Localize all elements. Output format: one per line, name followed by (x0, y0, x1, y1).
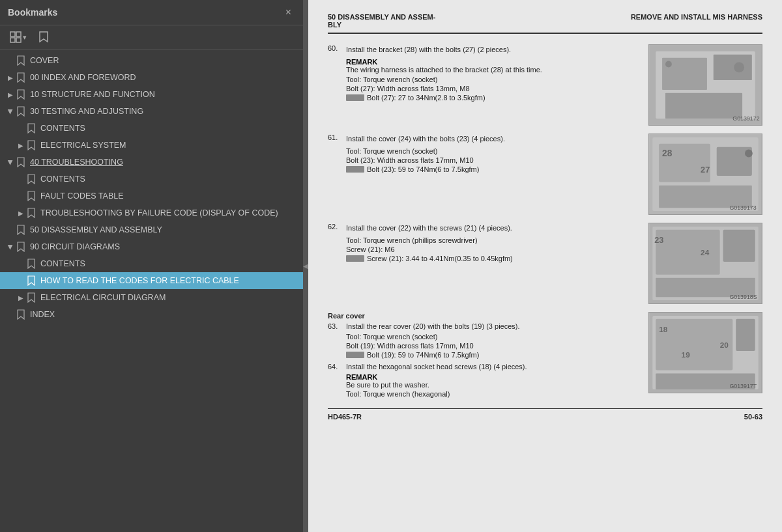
step-60-tool: Tool: Torque wrench (socket) (346, 76, 642, 83)
step-62-bolt2-row: Screw (21): 3.44 to 4.41Nm(0.35 to 0.45k… (346, 255, 642, 262)
sidebar-item-fault-codes[interactable]: ▶ FAULT CODES TABLE (0, 188, 303, 204)
torque-icon-63 (346, 352, 364, 358)
sidebar-item-cd-contents[interactable]: ▶ CONTENTS (0, 255, 303, 272)
step-61-desc: Install the cover (24) with the bolts (2… (346, 133, 642, 145)
bookmark-icon-how-to-read (27, 275, 36, 286)
sidebar-item-testing[interactable]: ▶ 30 TESTING AND ADJUSTING (0, 103, 303, 120)
sidebar-item-electrical-circuit[interactable]: ▶ ELECTRICAL CIRCUIT DIAGRAM (0, 289, 303, 306)
rear-cover-image: 18 20 19 G013917T (648, 312, 762, 393)
sidebar-header: Bookmarks × (0, 0, 303, 25)
sidebar-item-label-ts-contents: CONTENTS (40, 175, 85, 184)
rear-cover-block: Rear cover 63. Install the rear cover (2… (328, 312, 762, 398)
step-63-desc: Install the rear cover (20) with the bol… (346, 322, 642, 330)
bookmark-icon-circuit (17, 242, 26, 252)
sidebar-item-how-to-read[interactable]: ▶ HOW TO READ THE CODES FOR ELECTRIC CAB… (0, 272, 303, 289)
arrow-circuit: ▶ (7, 242, 14, 252)
bookmark-icon-cover (17, 55, 26, 66)
svg-rect-2 (10, 38, 15, 42)
step-60-remark-text: The wiring harness is attached to the br… (346, 66, 642, 74)
sidebar-item-troubleshooting[interactable]: ▶ 40 TROUBLESHOOTING (0, 154, 303, 171)
svg-rect-23 (656, 230, 719, 275)
step-61-num: 61. (328, 133, 343, 145)
step-62-tool: Tool: Torque wrench (phillips screwdrive… (346, 236, 642, 244)
step-62-header: 62. Install the cover (22) with the scre… (328, 223, 642, 234)
rear-cover-section-title: Rear cover (328, 312, 642, 320)
step-64-desc: Install the hexagonal socket head screws… (346, 363, 642, 371)
step-62-num: 62. (328, 223, 343, 234)
sidebar-item-structure[interactable]: ▶ 10 STRUCTURE AND FUNCTION (0, 86, 303, 103)
sidebar-item-label-ts-failure: TROUBLESHOOTING BY FAILURE CODE (DISPLAY… (40, 208, 278, 218)
expand-arrow: ▾ (23, 33, 27, 42)
sidebar-item-label-electrical-circuit: ELECTRICAL CIRCUIT DIAGRAM (40, 293, 166, 302)
sidebar-item-ts-contents[interactable]: ▶ CONTENTS (0, 171, 303, 188)
sidebar-toolbar: ▾ (0, 25, 303, 49)
sidebar-item-ta-electrical[interactable]: ▶ ELECTRICAL SYSTEM (0, 137, 303, 154)
bookmark-icon-ts-contents (27, 174, 36, 184)
svg-point-19 (745, 150, 753, 158)
step-60-bolt2: Bolt (27): 27 to 34Nm(2.8 to 3.5kgfm) (367, 94, 485, 102)
step-62-image: 23 24 G013918S (648, 223, 762, 304)
bookmarks-sidebar: Bookmarks × ▾ ▶ COVER (0, 0, 303, 532)
rear-cover-text-col: Rear cover 63. Install the rear cover (2… (328, 312, 642, 398)
step-63-details: Tool: Torque wrench (socket) Bolt (19): … (346, 333, 642, 359)
step-61-header: 61. Install the cover (24) with the bolt… (328, 133, 642, 145)
step-62-details: Tool: Torque wrench (phillips screwdrive… (346, 236, 642, 262)
step-60-header: 60. Install the bracket (28) with the bo… (328, 44, 642, 55)
step-62-desc: Install the cover (22) with the screws (… (346, 223, 642, 234)
step-64-remark-text: Be sure to put the washer. (346, 381, 642, 389)
doc-footer: HD465-7R 50-63 (328, 408, 762, 421)
step-64-num: 64. (328, 363, 343, 371)
sidebar-item-cover[interactable]: ▶ COVER (0, 52, 303, 69)
sidebar-item-label-disassembly: 50 DISASSEMBLY AND ASSEMBLY (30, 225, 162, 234)
sidebar-item-index-foreword[interactable]: ▶ 00 INDEX AND FOREWORD (0, 69, 303, 86)
bookmark-icon-electrical-circuit (27, 292, 36, 303)
sidebar-item-label-testing: 30 TESTING AND ADJUSTING (30, 107, 143, 116)
resize-handle[interactable]: ◀ (303, 0, 308, 532)
arrow-troubleshooting: ▶ (7, 157, 14, 167)
svg-rect-1 (16, 32, 21, 36)
step-60-bolt2-row: Bolt (27): 27 to 34Nm(2.8 to 3.5kgfm) (346, 94, 642, 102)
sidebar-title: Bookmarks (8, 7, 57, 18)
svg-rect-7 (714, 55, 752, 80)
step-60-details: REMARK The wiring harness is attached to… (346, 58, 642, 102)
step-62-text-col: 62. Install the cover (22) with the scre… (328, 223, 642, 304)
svg-point-9 (734, 63, 744, 73)
main-content: 50 DISASSEMBLY AND ASSEM- BLY REMOVE AND… (308, 0, 782, 532)
step-63-bolt1: Bolt (19): Width across flats 17mm, M10 (346, 342, 642, 350)
bookmark-view-button[interactable] (35, 29, 52, 45)
expand-all-button[interactable]: ▾ (7, 29, 30, 45)
step-64-tool: Tool: Torque wrench (hexagonal) (346, 390, 642, 398)
sidebar-item-disassembly[interactable]: ▶ 50 DISASSEMBLY AND ASSEMBLY (0, 221, 303, 238)
sidebar-item-label-ta-electrical: ELECTRICAL SYSTEM (40, 141, 126, 150)
arrow-ts-failure: ▶ (16, 209, 26, 217)
svg-point-10 (665, 61, 672, 68)
bookmark-icon-ta-electrical (27, 140, 36, 150)
arrow-index-foreword: ▶ (5, 74, 16, 81)
step-63-header: 63. Install the rear cover (20) with the… (328, 322, 642, 330)
bookmark-icon-index (17, 72, 26, 83)
arrow-electrical-circuit: ▶ (16, 294, 26, 301)
sidebar-item-circuit[interactable]: ▶ 90 CIRCUIT DIAGRAMS (0, 238, 303, 255)
svg-text:G013917T: G013917T (729, 383, 757, 389)
sidebar-item-ta-contents[interactable]: ▶ CONTENTS (0, 120, 303, 137)
sidebar-tree: ▶ COVER ▶ 00 INDEX AND FOREWORD ▶ 10 STR… (0, 49, 303, 532)
svg-rect-3 (16, 38, 21, 42)
doc-header: 50 DISASSEMBLY AND ASSEM- BLY REMOVE AND… (328, 13, 762, 34)
bookmark-icon-structure (17, 89, 26, 100)
step-63-bolt2: Bolt (19): 59 to 74Nm(6 to 7.5kgfm) (367, 351, 479, 359)
doc-footer-right: 50-63 (744, 413, 762, 421)
sidebar-item-label-troubleshooting: 40 TROUBLESHOOTING (30, 158, 123, 167)
bookmark-icon-cd-contents (27, 259, 36, 269)
arrow-ta-electrical: ▶ (16, 142, 26, 149)
step-61-block: 61. Install the cover (24) with the bolt… (328, 133, 762, 215)
doc-header-left: 50 DISASSEMBLY AND ASSEM- BLY (328, 13, 435, 29)
step-61-bolt1: Bolt (23): Width across flats 17mm, M10 (346, 156, 642, 164)
svg-text:28: 28 (662, 148, 673, 158)
sidebar-item-index[interactable]: ▶ INDEX (0, 306, 303, 323)
arrow-testing: ▶ (7, 106, 14, 117)
step-60-image: G0139172 (648, 44, 762, 126)
sidebar-item-ts-failure-code[interactable]: ▶ TROUBLESHOOTING BY FAILURE CODE (DISPL… (0, 204, 303, 221)
torque-icon-61 (346, 166, 364, 173)
close-button[interactable]: × (282, 5, 295, 20)
svg-text:24: 24 (701, 248, 710, 257)
